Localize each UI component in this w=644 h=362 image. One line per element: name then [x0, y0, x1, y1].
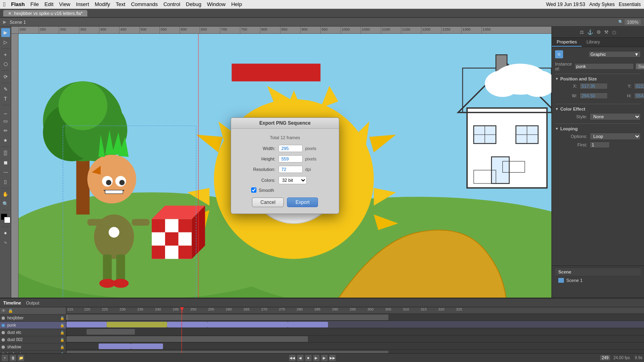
subselect-tool[interactable]: ▷ — [1, 38, 10, 47]
brush-tool[interactable]: ★ — [1, 136, 10, 145]
apple-menu[interactable]:  — [3, 1, 5, 8]
panel-icon-5[interactable]: ⚝ — [612, 29, 617, 35]
add-layer-button[interactable]: + — [2, 355, 8, 361]
gradient-tool[interactable]: ⎔ — [1, 60, 10, 69]
tab-library[interactable]: Library — [582, 38, 605, 47]
track-bg-front — [66, 350, 644, 353]
cancel-button[interactable]: Cancel — [252, 197, 284, 207]
snap-toggle[interactable]: ◆ — [1, 228, 10, 237]
menu-view[interactable]: View — [59, 1, 70, 7]
layer-dust-etc[interactable]: dust etc 🔒 — [0, 329, 66, 336]
panel-icon-1[interactable]: ⚖ — [580, 29, 584, 35]
eyedropper-tool[interactable]: ⸻ — [1, 168, 10, 177]
menu-text[interactable]: Text — [116, 1, 126, 7]
eraser-tool[interactable]: ▯ — [1, 177, 10, 186]
track-shadow — [66, 343, 644, 350]
height-row: Height: pixels — [239, 155, 331, 162]
layer-shadow[interactable]: shadow 🔒 — [0, 343, 66, 351]
color-picker[interactable] — [1, 214, 10, 223]
canvas-area: 200 250 300 350 400 450 500 550 600 650 … — [11, 27, 551, 298]
h-input[interactable] — [634, 93, 644, 99]
menu-edit[interactable]: Edit — [44, 1, 53, 7]
rect-tool[interactable]: ▭ — [1, 117, 10, 125]
resolution-input[interactable] — [279, 166, 303, 173]
essentials-button[interactable]: Essentials — [619, 2, 641, 7]
color-effect-title[interactable]: ▼ Color Effect — [555, 107, 641, 111]
close-icon[interactable]: ✕ — [8, 11, 11, 16]
pen-tool[interactable]: ✎ — [1, 85, 10, 94]
instance-input[interactable] — [574, 63, 634, 70]
smooth-checkbox[interactable] — [251, 187, 256, 193]
delete-layer-button[interactable]: 🗑 — [10, 355, 16, 361]
type-dropdown[interactable]: Graphic ▼ — [588, 51, 641, 58]
x-row: X: — [555, 83, 608, 89]
looping-section: ▼ Looping Options: Loop Play Once Single… — [555, 126, 641, 148]
timeline-frames[interactable]: 215 220 225 230 235 240 245 250 255 260 … — [66, 307, 644, 353]
zoom-tool[interactable]: 🔍 — [1, 200, 10, 208]
tab-properties[interactable]: Properties — [552, 38, 582, 47]
layer-hexjibber[interactable]: hexjibber 🔒 — [0, 315, 66, 322]
pencil-tool[interactable]: ✏ — [1, 126, 10, 135]
menu-control[interactable]: Control — [163, 1, 180, 7]
vertical-ruler — [11, 34, 19, 298]
layer-icon — [2, 338, 5, 341]
last-frame-button[interactable]: ▶▶ — [329, 355, 336, 361]
menu-modify[interactable]: Modify — [95, 1, 110, 7]
tab-output[interactable]: Output — [26, 300, 39, 305]
zoom-level[interactable]: 100% — [625, 19, 641, 25]
panel-icon-4[interactable]: ⚒ — [604, 29, 609, 35]
smooth-btn[interactable]: ∿ — [1, 238, 10, 247]
hand-tool[interactable]: ✋ — [1, 190, 10, 199]
panel-icon-3[interactable]: ⚙ — [597, 29, 601, 35]
stop-button[interactable]: ■ — [305, 355, 312, 361]
x-input[interactable] — [580, 83, 608, 89]
line-tool[interactable]: ⎯ — [1, 107, 10, 116]
style-select[interactable]: None Brightness Tint Alpha Advanced — [590, 113, 641, 120]
y-input[interactable] — [634, 83, 644, 89]
track-punk — [66, 321, 644, 328]
position-size-title[interactable]: ▼ Position and Size — [555, 76, 641, 81]
paint-bucket-tool[interactable]: ◼ — [1, 158, 10, 167]
scene-icon: ▶ — [3, 20, 6, 24]
next-frame-button[interactable]: ▶ — [321, 355, 328, 361]
menu-help[interactable]: Help — [231, 1, 242, 7]
first-frame-button[interactable]: ◀◀ — [289, 355, 295, 361]
looping-title[interactable]: ▼ Looping — [555, 126, 641, 131]
export-button[interactable]: Export — [287, 197, 318, 207]
menu-file[interactable]: File — [30, 1, 39, 7]
layer-dust-002[interactable]: dust 002 🔒 — [0, 336, 66, 343]
file-tab[interactable]: ✕ hexjibber vs spike-u v16 letters.fla* — [3, 10, 87, 16]
lock-header: 🔒 — [8, 309, 13, 313]
scene-item-1[interactable]: Scene 1 — [555, 276, 641, 284]
menu-insert[interactable]: Insert — [76, 1, 89, 7]
panel-icon-2[interactable]: ⚓ — [587, 29, 593, 35]
current-frame-display[interactable]: 249 — [600, 355, 610, 360]
add-folder-button[interactable]: 📁 — [18, 355, 24, 361]
menu-window[interactable]: Window — [207, 1, 225, 7]
select-tool[interactable]: ▶ — [1, 28, 10, 37]
layer-punk[interactable]: punk 🔒 — [0, 322, 66, 329]
prev-frame-button[interactable]: ◀ — [297, 355, 303, 361]
lasso-tool[interactable]: ⟳ — [1, 72, 10, 81]
lock-icon: 🔒 — [60, 323, 64, 327]
tab-timeline[interactable]: Timeline — [3, 300, 21, 305]
height-input[interactable] — [279, 155, 303, 162]
menu-debug[interactable]: Debug — [186, 1, 201, 7]
play-button[interactable]: ▶ — [313, 355, 320, 361]
loop-select[interactable]: Loop Play Once Single Frame — [590, 133, 641, 140]
first-input[interactable] — [590, 142, 610, 148]
vis-header: 👁 — [2, 309, 6, 313]
timeline-header: Timeline Output — [0, 298, 644, 307]
w-input[interactable] — [580, 93, 608, 99]
free-transform-tool[interactable]: ⌖ — [1, 50, 10, 59]
colors-select[interactable]: 32 bit 24 bit 8 bit — [279, 176, 307, 184]
text-tool[interactable]: T — [1, 95, 10, 103]
w-row: W: — [555, 93, 608, 99]
stage[interactable]: Export PNG Sequence Total 12 frames Widt… — [19, 34, 551, 298]
width-input[interactable] — [279, 145, 303, 152]
swap-button[interactable]: Swap... — [636, 63, 644, 70]
height-unit: pixels — [305, 156, 316, 161]
menu-commands[interactable]: Commands — [131, 1, 157, 7]
ink-bottle-tool[interactable]: ▒ — [1, 148, 10, 157]
fps-display: 24.00 fps — [613, 356, 630, 360]
